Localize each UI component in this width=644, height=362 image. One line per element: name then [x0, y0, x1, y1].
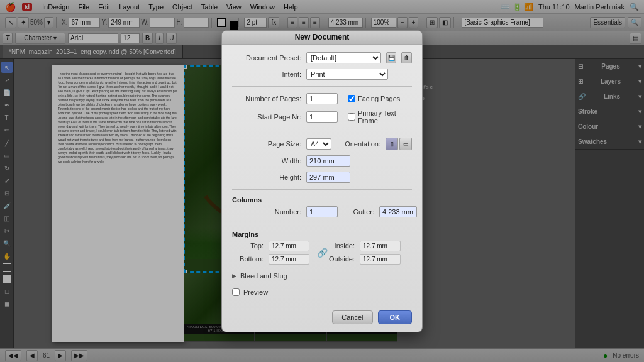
intent-label: Intent: — [232, 70, 301, 78]
facing-pages-checkbox[interactable] — [348, 95, 355, 102]
divider-3 — [232, 189, 412, 190]
inside-input[interactable] — [360, 241, 401, 251]
pagesize-row: Page Size: A4 Orientation: ▯ ▭ — [232, 138, 412, 150]
new-document-dialog: New Document Document Preset: [Default] … — [221, 30, 423, 332]
primary-text-checkbox[interactable] — [348, 113, 355, 121]
facing-pages-label: Facing Pages — [358, 95, 400, 102]
intent-row: Intent: Print — [232, 69, 412, 80]
top-input[interactable] — [269, 241, 309, 251]
startpage-label: Start Page Nr: — [232, 113, 301, 121]
inside-label: Inside: — [323, 242, 355, 250]
bleed-slug-label: Bleed and Slug — [240, 272, 287, 280]
margins-section-label: Margins — [232, 231, 258, 238]
bleed-slug-row[interactable]: ▶ Bleed and Slug — [232, 270, 412, 282]
width-input[interactable] — [306, 155, 350, 167]
orientation-label: Orientation: — [336, 140, 380, 148]
columns-section: Columns Number: Gutter: — [232, 196, 412, 217]
divider-4 — [232, 224, 412, 224]
preview-label: Preview — [243, 288, 268, 296]
pagesize-select[interactable]: A4 — [306, 138, 331, 150]
margins-grid: Top: Inside: Bottom: Outsi — [232, 241, 412, 265]
primary-text-row: Primary Text Frame — [348, 109, 412, 124]
intent-select[interactable]: Print — [306, 69, 388, 80]
columns-row: Number: Gutter: — [232, 206, 412, 217]
top-label: Top: — [232, 242, 264, 250]
margins-section: Margins Top: Inside: Bottom: — [232, 231, 412, 265]
startpage-row: Start Page Nr: Primary Text Frame — [232, 109, 412, 124]
facing-pages-row: Facing Pages — [348, 95, 400, 102]
dialog-body: Document Preset: [Default] 💾 🗑 Intent: P… — [222, 45, 422, 305]
bottom-margin-row: Bottom: — [232, 254, 321, 265]
preview-checkbox[interactable] — [232, 288, 240, 296]
ok-button[interactable]: OK — [378, 310, 413, 324]
bottom-input[interactable] — [269, 254, 309, 265]
orientation-btns: ▯ ▭ — [386, 138, 412, 150]
top-margin-row: Top: — [232, 241, 321, 251]
gutter-input[interactable] — [379, 206, 417, 217]
preset-select[interactable]: [Default] — [306, 52, 381, 63]
number-label: Number: — [232, 208, 301, 216]
bottom-label: Bottom: — [232, 255, 264, 263]
pages-label-dlg: Number of Pages: — [232, 95, 301, 102]
pages-row: Number of Pages: Facing Pages — [232, 93, 412, 104]
portrait-btn[interactable]: ▯ — [386, 138, 398, 150]
dialog-footer: Cancel OK — [222, 305, 422, 332]
delete-preset-btn[interactable]: 🗑 — [401, 52, 412, 63]
bleed-slug-arrow: ▶ — [232, 273, 236, 279]
gutter-label: Gutter: — [343, 208, 374, 216]
divider-1 — [232, 86, 412, 87]
landscape-btn[interactable]: ▭ — [399, 138, 412, 150]
primary-text-label: Primary Text Frame — [358, 109, 412, 124]
width-label: Width: — [232, 157, 301, 165]
number-input[interactable] — [306, 206, 338, 217]
width-row: Width: — [232, 155, 412, 167]
cancel-button[interactable]: Cancel — [332, 310, 372, 324]
columns-section-label: Columns — [232, 196, 262, 204]
save-preset-btn[interactable]: 💾 — [386, 52, 397, 63]
outside-label: Outside: — [323, 255, 355, 263]
dialog-titlebar: New Document — [222, 31, 422, 45]
pages-input[interactable] — [306, 93, 338, 104]
outside-margin-row: Outside: — [323, 254, 412, 265]
divider-2 — [232, 131, 412, 131]
height-label: Height: — [232, 173, 301, 181]
inside-margin-row: Inside: — [323, 241, 412, 251]
dialog-title: New Document — [295, 33, 350, 41]
height-input[interactable] — [306, 172, 350, 183]
startpage-input[interactable] — [306, 111, 338, 123]
modal-overlay: New Document Document Preset: [Default] … — [0, 0, 644, 362]
pagesize-label: Page Size: — [232, 140, 301, 148]
preset-label: Document Preset: — [232, 54, 301, 62]
preset-row: Document Preset: [Default] 💾 🗑 — [232, 52, 412, 63]
preview-row: Preview — [232, 287, 412, 297]
height-row: Height: — [232, 172, 412, 183]
outside-input[interactable] — [360, 254, 401, 265]
